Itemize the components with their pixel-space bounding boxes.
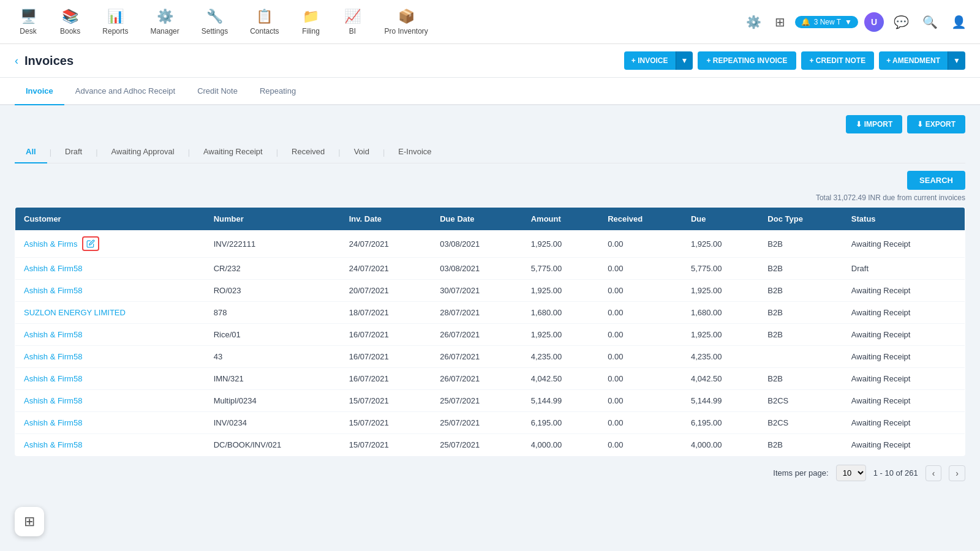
customer-link[interactable]: Ashish & Firms xyxy=(24,239,77,249)
cell-received: 0.00 xyxy=(599,390,682,412)
table-row[interactable]: Ashish & Firm58Multipl/023415/07/202125/… xyxy=(15,390,965,412)
amendment-button[interactable]: + AMENDMENT xyxy=(879,51,948,70)
th-inv-date: Inv. Date xyxy=(341,208,432,231)
customer-link[interactable]: Ashish & Firm58 xyxy=(24,352,82,361)
manager-icon: ⚙️ xyxy=(157,9,173,24)
th-due: Due xyxy=(682,208,759,231)
customer-link[interactable]: Ashish & Firm58 xyxy=(24,264,82,273)
nav-item-manager[interactable]: ⚙️ Manager xyxy=(141,4,187,40)
table-row[interactable]: Ashish & Firm58INV/023415/07/202125/07/2… xyxy=(15,412,965,434)
cell-status: Awaiting Receipt xyxy=(843,368,965,390)
search-icon[interactable]: 🔍 xyxy=(919,11,941,33)
nav-item-bi[interactable]: 📈 BI xyxy=(334,4,371,40)
table-row[interactable]: Ashish & Firm58Rice/0116/07/202126/07/20… xyxy=(15,324,965,346)
chat-icon[interactable]: 💬 xyxy=(890,11,913,33)
filter-tab-awaiting-receipt[interactable]: Awaiting Receipt xyxy=(192,141,274,163)
page-info: 1 - 10 of 261 xyxy=(873,468,918,478)
cell-due-date: 26/07/2021 xyxy=(431,346,522,368)
import-button[interactable]: ⬇ IMPORT xyxy=(846,115,902,133)
credit-note-button[interactable]: + CREDIT NOTE xyxy=(801,51,875,70)
tab-invoice[interactable]: Invoice xyxy=(15,78,64,105)
filter-tab-all[interactable]: All xyxy=(15,141,47,163)
nav-item-settings[interactable]: 🔧 Settings xyxy=(193,4,236,40)
invoice-dropdown-button[interactable]: ▼ xyxy=(676,51,693,70)
customer-link[interactable]: SUZLON ENERGY LIMITED xyxy=(24,308,126,317)
user-avatar[interactable]: U xyxy=(864,12,884,32)
total-info: Total 31,072.49 INR due from current inv… xyxy=(15,193,965,202)
pro-inventory-icon: 📦 xyxy=(398,9,415,24)
filter-tab-received[interactable]: Received xyxy=(281,141,336,163)
invoice-button[interactable]: + INVOICE xyxy=(624,51,676,70)
cell-customer: Ashish & Firm58 xyxy=(15,434,205,456)
filter-divider-1: | xyxy=(47,148,54,157)
fab-button[interactable]: ⊞ xyxy=(15,507,44,536)
filter-tab-awaiting-approval[interactable]: Awaiting Approval xyxy=(100,141,186,163)
reports-icon: 📊 xyxy=(107,9,124,24)
cell-doc-type: B2CS xyxy=(759,390,843,412)
cell-number: INV/222111 xyxy=(205,230,341,258)
customer-link[interactable]: Ashish & Firm58 xyxy=(24,440,82,449)
content-area: ⬇ IMPORT ⬇ EXPORT All | Draft | Awaiting… xyxy=(15,105,965,491)
cell-customer: SUZLON ENERGY LIMITED xyxy=(15,302,205,324)
amendment-dropdown-button[interactable]: ▼ xyxy=(948,51,965,70)
cell-due: 1,925.00 xyxy=(682,324,759,346)
nav-item-books[interactable]: 📚 Books xyxy=(51,4,89,40)
account-icon[interactable]: 👤 xyxy=(948,11,970,33)
customer-link[interactable]: Ashish & Firm58 xyxy=(24,330,82,339)
table-row[interactable]: Ashish & Firm584316/07/202126/07/20214,2… xyxy=(15,346,965,368)
tab-credit-note[interactable]: Credit Note xyxy=(186,78,249,105)
nav-item-reports[interactable]: 📊 Reports xyxy=(94,4,137,40)
filing-icon: 📁 xyxy=(303,9,319,24)
edit-icon[interactable] xyxy=(82,236,99,251)
fab-icon: ⊞ xyxy=(24,514,35,530)
cell-due-date: 25/07/2021 xyxy=(431,390,522,412)
cell-customer: Ashish & Firm58 xyxy=(15,258,205,280)
items-per-page-select[interactable]: 10 25 50 xyxy=(836,465,866,481)
customer-link[interactable]: Ashish & Firm58 xyxy=(24,374,82,383)
table-row[interactable]: Ashish & FirmsINV/22211124/07/202103/08/… xyxy=(15,230,965,258)
repeating-invoice-button[interactable]: + REPEATING INVOICE xyxy=(698,51,796,70)
cell-due-date: 26/07/2021 xyxy=(431,324,522,346)
back-button[interactable]: ‹ xyxy=(15,54,18,67)
th-customer: Customer xyxy=(15,208,205,231)
page-title: Invoices xyxy=(24,54,74,68)
nav-item-filing[interactable]: 📁 Filing xyxy=(292,4,329,40)
header-actions: + INVOICE ▼ + REPEATING INVOICE + CREDIT… xyxy=(624,51,965,70)
cell-status: Awaiting Receipt xyxy=(843,346,965,368)
cell-doc-type: B2CS xyxy=(759,412,843,434)
prev-page-button[interactable]: ‹ xyxy=(925,465,942,481)
table-row[interactable]: Ashish & Firm58RO/02320/07/202130/07/202… xyxy=(15,280,965,302)
search-button[interactable]: SEARCH xyxy=(907,171,965,190)
nav-item-desk[interactable]: 🖥️ Desk xyxy=(10,4,47,40)
cell-due: 4,235.00 xyxy=(682,346,759,368)
tab-repeating[interactable]: Repeating xyxy=(249,78,307,105)
notification-badge[interactable]: 🔔 3 New T ▼ xyxy=(795,16,858,28)
table-row[interactable]: Ashish & Firm58CR/23224/07/202103/08/202… xyxy=(15,258,965,280)
cell-amount: 4,000.00 xyxy=(522,434,599,456)
nav-item-pro-inventory[interactable]: 📦 Pro Inventory xyxy=(375,4,436,40)
cell-due-date: 26/07/2021 xyxy=(431,368,522,390)
export-button[interactable]: ⬇ EXPORT xyxy=(907,115,965,133)
cell-status: Awaiting Receipt xyxy=(843,324,965,346)
customer-link[interactable]: Ashish & Firm58 xyxy=(24,286,82,295)
tab-advance[interactable]: Advance and Adhoc Receipt xyxy=(64,78,186,105)
grid-nav-icon[interactable]: ⊞ xyxy=(771,11,789,33)
table-row[interactable]: Ashish & Firm58IMN/32116/07/202126/07/20… xyxy=(15,368,965,390)
gear-nav-icon[interactable]: ⚙️ xyxy=(742,11,765,33)
cell-number: Rice/01 xyxy=(205,324,341,346)
customer-link[interactable]: Ashish & Firm58 xyxy=(24,418,82,427)
table-row[interactable]: Ashish & Firm58DC/BOOK/INV/02115/07/2021… xyxy=(15,434,965,456)
filter-tab-e-invoice[interactable]: E-Invoice xyxy=(387,141,442,163)
th-number: Number xyxy=(205,208,341,231)
table-body: Ashish & FirmsINV/22211124/07/202103/08/… xyxy=(15,230,965,456)
next-page-button[interactable]: › xyxy=(949,465,965,481)
filter-tab-void[interactable]: Void xyxy=(343,141,380,163)
cell-received: 0.00 xyxy=(599,258,682,280)
customer-link[interactable]: Ashish & Firm58 xyxy=(24,396,82,405)
table-row[interactable]: SUZLON ENERGY LIMITED87818/07/202128/07/… xyxy=(15,302,965,324)
filter-tab-draft[interactable]: Draft xyxy=(54,141,93,163)
contacts-icon: 📋 xyxy=(256,9,273,24)
cell-number: Multipl/0234 xyxy=(205,390,341,412)
th-received: Received xyxy=(599,208,682,231)
nav-item-contacts[interactable]: 📋 Contacts xyxy=(241,4,287,40)
